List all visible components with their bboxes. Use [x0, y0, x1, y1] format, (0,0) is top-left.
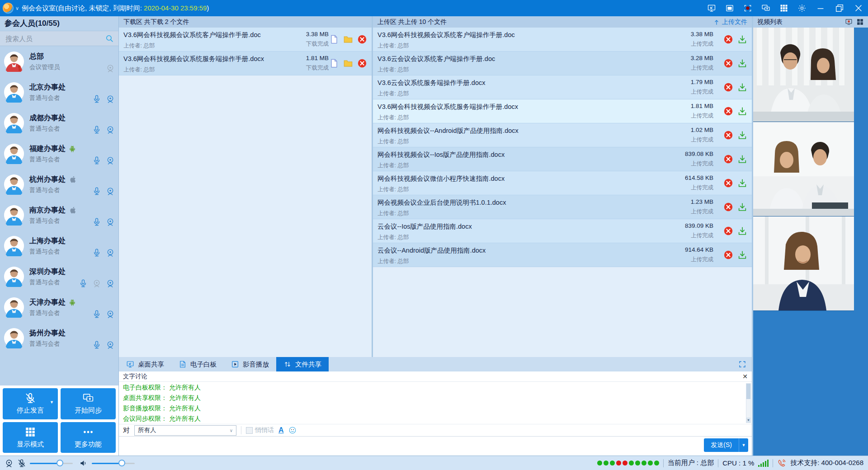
- tab-desktop-share[interactable]: 桌面共享: [119, 357, 171, 371]
- delete-file-icon[interactable]: [723, 226, 733, 236]
- download-file-icon[interactable]: [737, 178, 747, 188]
- upload-file-row[interactable]: V3.6网会科技视频会议系统客户端操作手册.doc 上传者: 总部 3.38 M…: [373, 28, 752, 52]
- search-icon[interactable]: [105, 34, 114, 43]
- participant-row[interactable]: 成都办事处 普通与会者: [0, 108, 118, 138]
- participant-row[interactable]: 福建办事处 普通与会者: [0, 138, 118, 169]
- delete-file-icon[interactable]: [723, 154, 733, 164]
- open-file-icon[interactable]: [329, 58, 339, 68]
- participant-row[interactable]: 北京办事处 普通与会者: [0, 77, 118, 108]
- mic-icon[interactable]: [92, 217, 101, 226]
- tab-file-share[interactable]: 文件共享: [276, 357, 329, 371]
- camera-off-icon[interactable]: [106, 64, 115, 73]
- font-style-button[interactable]: A: [278, 426, 284, 434]
- presenter-video-icon[interactable]: [845, 18, 853, 26]
- upload-file-row[interactable]: 云会议--Android版产品使用指南.docx 上传者: 总部 914.64 …: [373, 243, 752, 267]
- maximize-button[interactable]: [835, 3, 844, 13]
- sync-screens-icon[interactable]: [761, 4, 770, 13]
- scroll-down-icon[interactable]: ▼: [746, 418, 750, 423]
- camera-icon[interactable]: [106, 187, 115, 196]
- close-button[interactable]: [854, 3, 863, 13]
- camera-off-icon[interactable]: [92, 279, 101, 288]
- window-mode-icon[interactable]: [725, 4, 734, 13]
- stop-speaking-button[interactable]: 停止发言 ▼: [3, 388, 58, 419]
- download-file-icon[interactable]: [737, 130, 747, 140]
- participant-row[interactable]: 上海办事处 普通与会者: [0, 230, 118, 261]
- upload-file-row[interactable]: 云会议--Ios版产品使用指南.docx 上传者: 总部 839.09 KB上传…: [373, 219, 752, 243]
- send-options-caret[interactable]: ▼: [739, 438, 748, 452]
- video-thumbnail-1[interactable]: [753, 28, 854, 122]
- webcam-status-icon[interactable]: [5, 459, 14, 468]
- delete-file-icon[interactable]: [723, 106, 733, 116]
- download-file-row[interactable]: V3.6网会科技视频会议系统服务端操作手册.docx 上传者: 总部 1.81 …: [119, 52, 372, 75]
- chat-messages[interactable]: 电子白板权限： 允许所有人 桌面共享权限： 允许所有人 影音播放权限： 允许所有…: [119, 382, 745, 423]
- camera-icon[interactable]: [106, 94, 115, 103]
- fullscreen-expand-icon[interactable]: [738, 360, 746, 368]
- dropdown-caret-icon[interactable]: ▼: [50, 400, 54, 404]
- mic-icon[interactable]: [92, 94, 101, 103]
- camera-icon[interactable]: [106, 340, 115, 349]
- settings-gear-icon[interactable]: [797, 4, 807, 13]
- recipient-select[interactable]: 所有人 ∨: [134, 425, 236, 436]
- send-button[interactable]: 发送(S) ▼: [704, 438, 748, 452]
- download-file-icon[interactable]: [737, 82, 747, 92]
- upload-file-row[interactable]: V3.6云会议会议系统客户端操作手册.doc 上传者: 总部 3.28 MB上传…: [373, 52, 752, 75]
- camera-icon[interactable]: [106, 125, 115, 134]
- mic-icon[interactable]: [92, 156, 101, 165]
- upload-file-row[interactable]: 网会科技视频会议--Ios版产品使用指南.docx 上传者: 总部 839.08…: [373, 147, 752, 171]
- download-file-icon[interactable]: [737, 34, 747, 44]
- upload-file-row[interactable]: 网会科技视频会议--Android版产品使用指南.docx 上传者: 总部 1.…: [373, 123, 752, 147]
- slider-thumb[interactable]: [118, 460, 125, 466]
- download-file-icon[interactable]: [737, 202, 747, 212]
- scrollbar-thumb[interactable]: [746, 384, 750, 399]
- chat-close-icon[interactable]: ✕: [742, 373, 748, 380]
- speaker-icon[interactable]: [79, 459, 88, 468]
- delete-file-icon[interactable]: [723, 34, 733, 44]
- participant-row[interactable]: 扬州办事处 普通与会者: [0, 323, 118, 353]
- slider-thumb[interactable]: [57, 460, 63, 466]
- mic-muted-status-icon[interactable]: [17, 459, 26, 468]
- upload-file-row[interactable]: 网会科技视频会议微信小程序快速指南.docx 上传者: 总部 614.58 KB…: [373, 171, 752, 195]
- download-file-row[interactable]: V3.6网会科技视频会议系统客户端操作手册.doc 上传者: 总部 3.38 M…: [119, 28, 372, 52]
- record-icon[interactable]: [743, 4, 752, 13]
- video-thumbnail-2[interactable]: [753, 122, 854, 216]
- delete-file-icon[interactable]: [723, 130, 733, 140]
- mic-icon[interactable]: [92, 125, 101, 134]
- search-input[interactable]: [5, 34, 105, 43]
- camera-icon[interactable]: [106, 310, 115, 319]
- participant-row[interactable]: 南京办事处 普通与会者: [0, 200, 118, 230]
- app-logo-icon[interactable]: [3, 3, 14, 14]
- delete-file-icon[interactable]: [357, 34, 367, 44]
- whisper-checkbox[interactable]: 悄悄话: [246, 426, 274, 434]
- upload-file-row[interactable]: 网会视频会议企业后台使用说明书1.0.1.docx 上传者: 总部 1.23 M…: [373, 195, 752, 219]
- dialpad-grid-icon[interactable]: [779, 4, 788, 13]
- participant-row[interactable]: 天津办事处 普通与会者: [0, 292, 118, 323]
- participant-row[interactable]: 深圳办事处 普通与会者: [0, 261, 118, 292]
- camera-icon[interactable]: [106, 248, 115, 257]
- video-layout-grid-icon[interactable]: [856, 18, 864, 26]
- open-folder-icon[interactable]: [343, 58, 353, 68]
- open-file-icon[interactable]: [329, 34, 339, 44]
- tab-media-play[interactable]: 影音播放: [224, 357, 276, 371]
- camera-icon[interactable]: [106, 279, 115, 288]
- delete-file-icon[interactable]: [723, 82, 733, 92]
- checkbox-box[interactable]: [246, 427, 253, 434]
- mic-volume-slider[interactable]: [30, 460, 73, 467]
- delete-file-icon[interactable]: [723, 202, 733, 212]
- upload-file-row-selected[interactable]: V3.6网会科技视频会议系统服务端操作手册.docx 上传者: 总部 1.81 …: [373, 99, 752, 123]
- participant-row[interactable]: 总部 会议管理员: [0, 46, 118, 77]
- delete-file-icon[interactable]: [723, 178, 733, 188]
- display-mode-button[interactable]: 显示模式: [3, 422, 58, 453]
- mic-icon[interactable]: [92, 187, 101, 196]
- upload-file-button[interactable]: 上传文件: [713, 18, 747, 26]
- participant-search[interactable]: [0, 31, 118, 46]
- open-folder-icon[interactable]: [343, 34, 353, 44]
- video-thumbnail-3[interactable]: [753, 216, 854, 311]
- download-file-icon[interactable]: [737, 250, 747, 260]
- mic-icon[interactable]: [92, 340, 101, 349]
- logo-caret-icon[interactable]: ∨: [15, 5, 19, 11]
- camera-icon[interactable]: [106, 217, 115, 226]
- delete-file-icon[interactable]: [723, 250, 733, 260]
- camera-icon[interactable]: [106, 156, 115, 165]
- download-file-icon[interactable]: [737, 106, 747, 116]
- participant-row[interactable]: 杭州办事处 普通与会者: [0, 169, 118, 200]
